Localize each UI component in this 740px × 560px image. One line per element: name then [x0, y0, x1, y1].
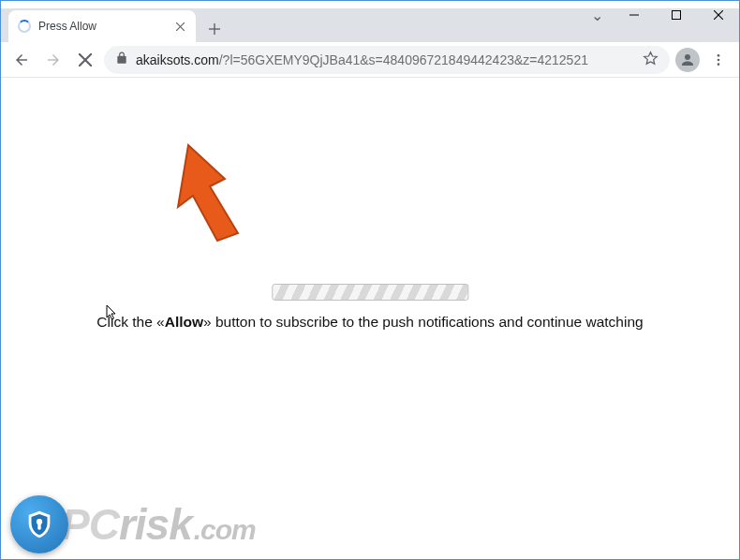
person-icon — [679, 52, 696, 68]
new-tab-button[interactable] — [201, 16, 228, 42]
close-icon — [176, 22, 185, 31]
svg-point-11 — [718, 58, 720, 61]
address-bar[interactable]: akaiksots.com/?l=56GXEMY9QjJBa41&s=48409… — [104, 46, 670, 74]
minimize-icon — [629, 10, 639, 20]
bookmark-button[interactable] — [643, 51, 659, 69]
msg-bold: Allow — [165, 314, 203, 330]
browser-menu-button[interactable] — [705, 47, 732, 73]
toolbar: akaiksots.com/?l=56GXEMY9QjJBa41&s=48409… — [1, 42, 739, 78]
back-button[interactable] — [8, 47, 35, 73]
progress-bar — [272, 284, 468, 301]
loading-spinner-icon — [18, 20, 31, 33]
shield-icon — [23, 508, 55, 540]
maximize-icon — [672, 10, 681, 20]
forward-button[interactable] — [40, 47, 67, 73]
instruction-text: Click the «Allow» button to subscribe to… — [96, 314, 643, 331]
close-icon — [714, 10, 723, 20]
plus-icon — [208, 22, 221, 36]
url-path: /?l=56GXEMY9QjJBa41&s=484096721849442423… — [219, 52, 588, 67]
close-tab-button[interactable] — [173, 20, 186, 33]
minimize-button[interactable] — [613, 1, 655, 29]
watermark-badge — [10, 495, 68, 553]
wm-dotcom: .com — [194, 514, 256, 546]
browser-tab[interactable]: Press Allow — [8, 10, 196, 42]
page-content: Click the «Allow» button to subscribe to… — [1, 78, 739, 560]
chevron-down-icon: ⌄ — [591, 7, 603, 24]
maximize-button[interactable] — [655, 1, 697, 29]
profile-button[interactable] — [675, 48, 700, 72]
stop-reload-button[interactable] — [72, 47, 98, 73]
url-domain: akaiksots.com — [136, 52, 219, 67]
lock-icon — [115, 52, 128, 67]
tab-search-dropdown[interactable]: ⌄ — [581, 7, 613, 24]
svg-point-14 — [37, 519, 42, 524]
arrow-left-icon — [13, 52, 30, 68]
watermark: PCrisk.com — [10, 495, 256, 553]
close-window-button[interactable] — [697, 1, 739, 29]
wm-risk: risk — [119, 499, 192, 550]
svg-point-12 — [718, 63, 720, 66]
close-icon — [79, 53, 92, 66]
kebab-icon — [711, 52, 726, 67]
watermark-text: PCrisk.com — [61, 499, 256, 550]
wm-pc: PC — [61, 499, 119, 550]
svg-point-10 — [718, 54, 720, 57]
msg-pre: Click the « — [96, 314, 164, 330]
window-controls: ⌄ — [581, 1, 739, 29]
svg-rect-1 — [672, 11, 680, 20]
star-icon — [643, 51, 659, 66]
svg-rect-15 — [37, 523, 40, 530]
msg-post: » button to subscribe to the push notifi… — [203, 314, 644, 330]
url-text: akaiksots.com/?l=56GXEMY9QjJBa41&s=48409… — [136, 52, 588, 67]
annotation-arrow-icon — [165, 140, 268, 246]
fake-loader: Click the «Allow» button to subscribe to… — [96, 284, 643, 331]
arrow-right-icon — [45, 52, 62, 68]
tab-title: Press Allow — [38, 20, 166, 33]
svg-marker-13 — [178, 145, 238, 241]
